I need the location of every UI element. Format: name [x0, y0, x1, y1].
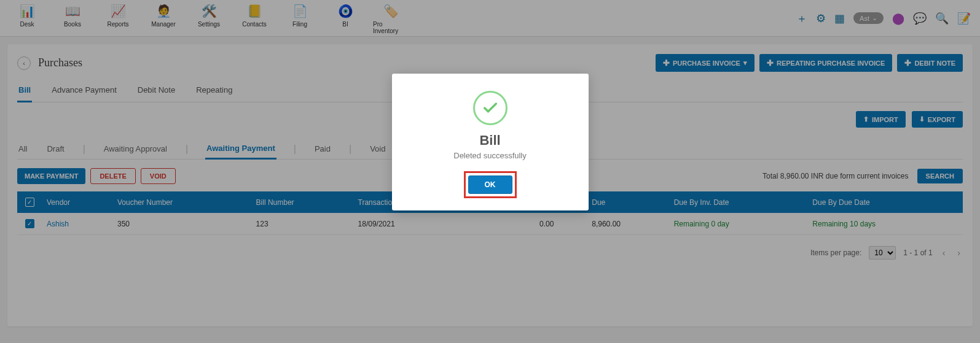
success-check-icon	[473, 91, 508, 125]
dialog-title: Bill	[404, 133, 576, 148]
delete-success-dialog: Bill Deleted successfully OK	[392, 74, 589, 210]
ok-button[interactable]: OK	[468, 175, 512, 194]
dialog-message: Deleted successfully	[404, 151, 576, 160]
modal-overlay: Bill Deleted successfully OK	[0, 0, 980, 343]
ok-highlight: OK	[464, 171, 517, 198]
